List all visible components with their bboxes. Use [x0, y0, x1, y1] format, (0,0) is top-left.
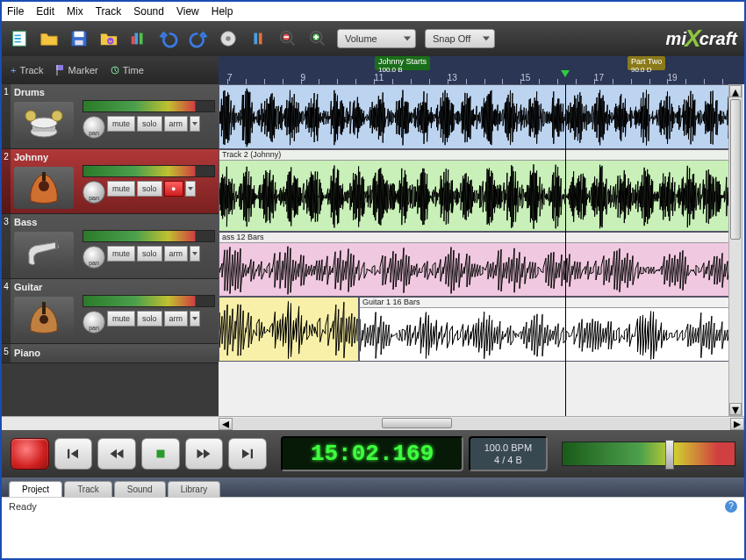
track-menu-dropdown[interactable]: [185, 181, 196, 197]
solo-button[interactable]: solo: [137, 311, 162, 327]
arm-record-button[interactable]: ●: [164, 181, 183, 197]
timeline-marker[interactable]: Part Two90.0 D: [628, 56, 665, 70]
track-header[interactable]: 1Drumspanmutesoloarm: [2, 84, 219, 149]
instrument-icon[interactable]: [14, 102, 74, 144]
audio-clip[interactable]: [219, 84, 732, 149]
preferences-icon[interactable]: [247, 28, 269, 49]
mute-button[interactable]: mute: [107, 116, 135, 132]
arm-button[interactable]: arm: [164, 311, 189, 327]
track-menu-dropdown[interactable]: [190, 311, 200, 327]
burn-cd-icon[interactable]: [218, 28, 239, 49]
track-area: 1Drumspanmutesoloarm2Johnnypanmutesolo ●…: [2, 84, 744, 416]
instrument-icon[interactable]: [14, 232, 74, 274]
forward-end-button[interactable]: [228, 438, 267, 470]
scroll-down-arrow-icon[interactable]: ▾: [729, 403, 742, 415]
fast-forward-button[interactable]: [185, 438, 224, 470]
stop-button[interactable]: [141, 438, 180, 470]
timeline-ruler[interactable]: 791113151719Johnny Starts100.0 BPart Two…: [219, 56, 744, 84]
undo-icon[interactable]: [158, 28, 179, 49]
playhead-indicator-icon[interactable]: [561, 70, 570, 77]
rewind-button[interactable]: [97, 438, 136, 470]
solo-button[interactable]: solo: [137, 181, 162, 197]
audio-clip[interactable]: ass 12 Bars: [219, 232, 732, 297]
menu-mix[interactable]: Mix: [67, 5, 83, 18]
tab-sound[interactable]: Sound: [114, 481, 166, 497]
open-folder-icon[interactable]: [39, 28, 60, 49]
scroll-up-arrow-icon[interactable]: ▴: [729, 85, 742, 97]
mute-button[interactable]: mute: [107, 246, 135, 262]
solo-button[interactable]: solo: [137, 116, 162, 132]
zoom-out-icon[interactable]: [277, 28, 298, 49]
waveform: [219, 161, 731, 231]
arm-button[interactable]: arm: [164, 246, 189, 262]
track-header[interactable]: 4Guitarpanmutesoloarm: [2, 279, 219, 344]
rewind-start-button[interactable]: [54, 438, 93, 470]
time-display[interactable]: 15:02.169: [281, 436, 463, 471]
menu-edit[interactable]: Edit: [36, 5, 54, 18]
new-project-icon[interactable]: [9, 28, 30, 49]
pan-knob[interactable]: pan: [82, 311, 105, 334]
master-volume-slider[interactable]: [665, 440, 674, 470]
zoom-in-icon[interactable]: [307, 28, 328, 49]
tempo-display[interactable]: 100.0 BPM 4 / 4 B: [469, 436, 547, 471]
save-icon[interactable]: [68, 28, 90, 49]
svg-rect-7: [132, 36, 135, 44]
track-name[interactable]: Guitar: [14, 282, 42, 292]
mute-button[interactable]: mute: [107, 181, 135, 197]
solo-button[interactable]: solo: [137, 246, 162, 262]
audio-clip[interactable]: [219, 297, 359, 362]
ruler-tick-label: 15: [520, 73, 530, 83]
instrument-icon[interactable]: [14, 297, 74, 339]
pan-knob[interactable]: pan: [82, 181, 105, 204]
vertical-scrollbar[interactable]: ▴ ▾: [728, 84, 742, 416]
pan-knob[interactable]: pan: [82, 116, 105, 139]
timeline-marker[interactable]: Johnny Starts100.0 B: [375, 56, 430, 70]
menu-help[interactable]: Help: [212, 5, 233, 18]
menu-view[interactable]: View: [176, 5, 199, 18]
track-menu-dropdown[interactable]: [190, 246, 200, 262]
master-volume-meter[interactable]: [562, 442, 735, 466]
menu-track[interactable]: Track: [96, 5, 122, 18]
record-button[interactable]: [11, 438, 49, 470]
add-time-button[interactable]: Time: [111, 65, 144, 75]
scroll-left-arrow-icon[interactable]: ◂: [219, 418, 233, 430]
playhead-line[interactable]: [565, 84, 566, 416]
add-track-button[interactable]: +Track: [11, 65, 44, 75]
tab-track[interactable]: Track: [64, 481, 112, 497]
track-name[interactable]: Drums: [14, 87, 45, 97]
tab-project[interactable]: Project: [9, 481, 62, 497]
track-name[interactable]: Johnny: [14, 152, 48, 162]
audio-clip[interactable]: Guitar 1 16 Bars: [359, 297, 732, 362]
track-name[interactable]: Bass: [14, 217, 37, 227]
clips-area[interactable]: Track 2 (Johnny)ass 12 BarsGuitar 1 16 B…: [219, 84, 744, 416]
mixer-icon[interactable]: [128, 28, 149, 49]
track-number: 1: [2, 84, 11, 148]
track-header[interactable]: 3Basspanmutesoloarm: [2, 214, 219, 279]
automation-select[interactable]: Volume: [337, 29, 416, 48]
tab-library[interactable]: Library: [168, 481, 221, 497]
arm-button[interactable]: arm: [164, 116, 189, 132]
scroll-right-arrow-icon[interactable]: ▸: [730, 418, 744, 430]
snap-select[interactable]: Snap Off: [425, 29, 495, 48]
help-icon[interactable]: ?: [725, 500, 737, 513]
horizontal-scroll-trough[interactable]: [233, 418, 730, 430]
track-header[interactable]: 2Johnnypanmutesolo ●: [2, 149, 219, 214]
app-logo: miXcraft: [666, 25, 737, 53]
redo-icon[interactable]: [188, 28, 209, 49]
horizontal-scrollbar[interactable]: ◂ ▸: [2, 416, 744, 430]
horizontal-scroll-thumb[interactable]: [382, 418, 452, 428]
svg-rect-30: [156, 450, 164, 458]
add-marker-button[interactable]: Marker: [56, 65, 98, 75]
transport-bar: 15:02.169 100.0 BPM 4 / 4 B: [2, 430, 744, 477]
track-menu-dropdown[interactable]: [190, 116, 200, 132]
track-header[interactable]: 5Piano: [2, 344, 219, 363]
vertical-scroll-thumb[interactable]: [730, 99, 741, 240]
library-icon[interactable]: [98, 28, 119, 49]
menu-file[interactable]: File: [7, 5, 24, 18]
instrument-icon[interactable]: [14, 167, 74, 209]
menu-sound[interactable]: Sound: [133, 5, 164, 18]
audio-clip[interactable]: Track 2 (Johnny): [219, 149, 732, 232]
track-name[interactable]: Piano: [14, 348, 40, 358]
pan-knob[interactable]: pan: [82, 246, 105, 269]
mute-button[interactable]: mute: [107, 311, 135, 327]
